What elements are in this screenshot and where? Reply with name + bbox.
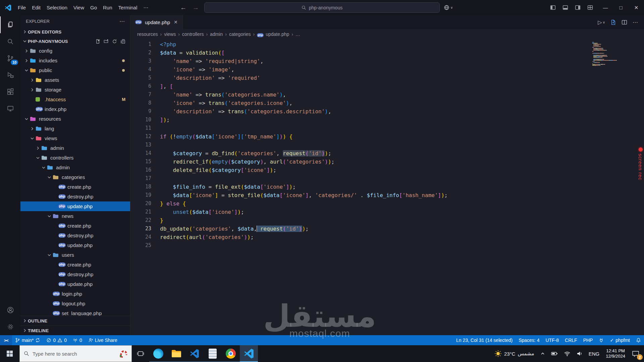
live-share-status[interactable]: Live Share	[85, 335, 120, 345]
action-center[interactable]: 2	[629, 345, 644, 362]
tree-item-admin[interactable]: admin	[20, 163, 130, 172]
toggle-panel-icon[interactable]	[562, 5, 568, 10]
explorer-icon[interactable]	[0, 16, 20, 33]
source-control-icon[interactable]: 10	[0, 50, 20, 67]
project-section[interactable]: PHP-ANONYMOUS	[20, 37, 130, 46]
new-folder-icon[interactable]	[104, 39, 109, 44]
tree-item-update-php[interactable]: phpupdate.php	[20, 201, 130, 211]
breadcrumb-admin[interactable]: admin	[210, 32, 223, 37]
tab-update-php[interactable]: php update.php ✕	[130, 15, 183, 29]
toggle-sidebar-icon[interactable]	[550, 5, 556, 10]
tree-item-destroy-php[interactable]: phpdestroy.php	[20, 192, 130, 201]
tree-item-controllers[interactable]: controllers	[20, 153, 130, 163]
menu-overflow[interactable]: ⋯	[140, 5, 151, 11]
edge-icon[interactable]	[149, 345, 167, 362]
open-changes-icon[interactable]	[610, 19, 616, 25]
menu-file[interactable]: File	[15, 5, 29, 10]
command-center-search[interactable]: php-anonymous	[204, 2, 440, 13]
more-actions-icon[interactable]: ⋯	[633, 19, 638, 25]
chrome-icon[interactable]	[222, 345, 240, 362]
tree-item-lang[interactable]: lang	[20, 124, 130, 133]
git-branch-status[interactable]: main*	[12, 335, 44, 345]
extensions-icon[interactable]	[0, 83, 20, 100]
extension-status[interactable]	[596, 335, 607, 345]
tree-item-users[interactable]: users	[20, 250, 130, 260]
remote-window-icon[interactable]: ∨	[444, 5, 453, 10]
volume-icon[interactable]	[574, 345, 586, 362]
toggle-secondary-sidebar-icon[interactable]	[575, 5, 581, 10]
tree-item-update-php[interactable]: phpupdate.php	[20, 279, 130, 289]
tree-item-htaccess[interactable]: .htaccessM	[20, 95, 130, 104]
task-view-button[interactable]	[132, 345, 149, 362]
tree-item-includes[interactable]: includes	[20, 56, 130, 65]
forward-button[interactable]: →	[193, 4, 199, 11]
run-debug-icon[interactable]	[0, 67, 20, 83]
outline-section[interactable]: OUTLINE	[20, 316, 130, 325]
settings-gear-icon[interactable]	[0, 318, 20, 335]
run-button[interactable]: ▷ ∨	[598, 19, 605, 25]
tree-item-destroy-php[interactable]: phpdestroy.php	[20, 231, 130, 240]
close-tab-icon[interactable]: ✕	[174, 19, 178, 25]
tree-item-create-php[interactable]: phpcreate.php	[20, 260, 130, 269]
tree-item-logout-php[interactable]: phplogout.php	[20, 299, 130, 308]
battery-icon[interactable]	[548, 345, 561, 362]
tree-item-create-php[interactable]: phpcreate.php	[20, 182, 130, 192]
breadcrumb-resources[interactable]: resources	[137, 32, 158, 37]
customize-layout-icon[interactable]	[587, 5, 593, 10]
vscode-app-icon[interactable]	[185, 345, 204, 362]
language-mode[interactable]: PHP	[580, 335, 596, 345]
ports-status[interactable]: 0	[70, 335, 85, 345]
breadcrumb-item[interactable]: …	[296, 32, 300, 37]
file-explorer-icon[interactable]	[167, 345, 185, 362]
tree-item-public[interactable]: public	[20, 65, 130, 75]
tree-item-admin[interactable]: admin	[20, 143, 130, 153]
account-icon[interactable]	[0, 302, 20, 318]
eol-status[interactable]: CRLF	[562, 335, 580, 345]
breadcrumb-categories[interactable]: categories	[229, 32, 251, 37]
tree-item-destroy-php[interactable]: phpdestroy.php	[20, 269, 130, 279]
vscode-active-app-icon[interactable]	[240, 345, 258, 362]
start-button[interactable]	[0, 345, 19, 362]
weather-widget[interactable]: 23°C مشمس	[491, 345, 537, 362]
problems-status[interactable]: 0 0	[43, 335, 70, 345]
search-icon[interactable]	[0, 33, 20, 50]
tree-item-create-php[interactable]: phpcreate.php	[20, 221, 130, 231]
cursor-position[interactable]: Ln 23, Col 31 (14 selected)	[453, 335, 516, 345]
taskbar-search[interactable]: Type here to search	[19, 345, 132, 362]
menu-view[interactable]: View	[70, 5, 87, 10]
encoding-status[interactable]: UTF-8	[542, 335, 562, 345]
tree-item-views[interactable]: views	[20, 133, 130, 143]
breadcrumb-controllers[interactable]: controllers	[182, 32, 204, 37]
tree-item-resources[interactable]: resources	[20, 114, 130, 124]
tree-item-update-php[interactable]: phpupdate.php	[20, 240, 130, 250]
breadcrumb-update-php[interactable]: phpupdate.php	[257, 32, 289, 37]
tray-expand-chevron[interactable]	[537, 345, 548, 362]
menu-run[interactable]: Run	[100, 5, 115, 10]
tree-item-news[interactable]: news	[20, 211, 130, 221]
remote-indicator[interactable]: ><	[0, 335, 12, 345]
remote-explorer-icon[interactable]	[0, 100, 20, 117]
minimap[interactable]	[592, 42, 633, 67]
menu-selection[interactable]: Selection	[44, 5, 70, 10]
menu-edit[interactable]: Edit	[29, 5, 44, 10]
menu-go[interactable]: Go	[87, 5, 100, 10]
minimize-button[interactable]: —	[598, 0, 613, 15]
refresh-icon[interactable]	[112, 39, 117, 44]
keyboard-language[interactable]: ENG	[586, 345, 603, 362]
network-icon[interactable]	[561, 345, 574, 362]
tree-item-index-php[interactable]: phpindex.php	[20, 104, 130, 114]
split-editor-icon[interactable]	[622, 19, 627, 25]
tree-item-storage[interactable]: storage	[20, 85, 130, 95]
taskbar-clock[interactable]: 12:41 PM 12/9/2024	[602, 348, 629, 359]
tree-item-categories[interactable]: categories	[20, 172, 130, 182]
tree-item-config[interactable]: config	[20, 46, 130, 56]
collapse-all-icon[interactable]	[120, 39, 125, 44]
formatter-status[interactable]: ✓ phpfmt	[607, 335, 633, 345]
code-editor[interactable]: 1<?php2$data = validation([3 'name' => '…	[130, 39, 644, 335]
explorer-more-actions[interactable]: ⋯	[119, 18, 125, 24]
back-button[interactable]: ←	[180, 4, 186, 11]
indentation-status[interactable]: Spaces: 4	[516, 335, 542, 345]
open-editors-section[interactable]: OPEN EDITORS	[20, 27, 130, 37]
timeline-section[interactable]: TIMELINE	[20, 325, 130, 335]
notepad-icon[interactable]	[204, 345, 222, 362]
